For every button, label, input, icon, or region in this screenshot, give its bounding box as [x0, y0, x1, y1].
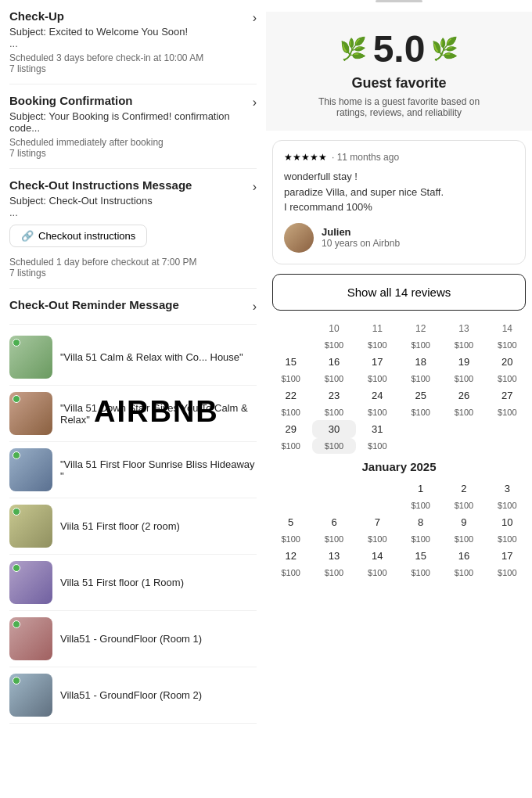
active-indicator	[13, 620, 20, 628]
cal-cell: $100	[312, 337, 355, 353]
calendar-row: $100 $100 $100 $100 $100 $100	[269, 531, 529, 547]
rating-score: 5.0	[373, 27, 426, 70]
cal-empty	[312, 498, 355, 513]
list-item[interactable]: Villa51 - GroundFloor (Room 1)	[9, 611, 257, 667]
listing-thumb-6	[9, 617, 52, 660]
booking-confirmation-listings: 7 listings	[9, 148, 257, 159]
reviewer-name: Julien	[322, 226, 400, 238]
show-all-reviews-button[interactable]: Show all 14 reviews	[272, 274, 526, 311]
list-item[interactable]: Villa 51 First floor (1 Room)	[9, 555, 257, 611]
cal-date: 20	[486, 353, 529, 371]
calendar-row: $100 $100 $100 $100 $100 $100	[269, 404, 529, 420]
checkout-reminder-title: Check-Out Reminder Message	[9, 298, 257, 311]
laurel-left-icon: 🌿	[340, 36, 367, 62]
cal-cell: $100	[269, 371, 312, 386]
cal-cell: $100	[399, 337, 442, 353]
chevron-right-icon: ›	[253, 180, 257, 194]
checkout-instructions-msg-item[interactable]: › Check-Out Instructions Message Subject…	[9, 169, 257, 289]
check-up-schedule: Scheduled 3 days before check-in at 10:0…	[9, 52, 257, 63]
cal-date: 22	[269, 386, 312, 404]
cal-cell: $100	[312, 531, 355, 547]
list-item[interactable]: "Villa 51 First Floor Sunrise Bliss Hide…	[9, 442, 257, 498]
cal-cell: $100	[269, 404, 312, 420]
checkout-instructions-schedule: Scheduled 1 day before checkout at 7:00 …	[9, 257, 257, 268]
calendar-row: $100 $100 $100 $100 $100 $100	[269, 565, 529, 581]
cal-cell: $100	[442, 371, 485, 386]
calendar-row: 29 30 31	[269, 420, 529, 438]
listing-name-3: "Villa 51 First Floor Sunrise Bliss Hide…	[60, 458, 257, 482]
review-text: wonderfull stay !paradize Villa, and sup…	[284, 169, 514, 215]
cal-cell	[269, 337, 312, 353]
checkout-instructions-listings: 7 listings	[9, 268, 257, 279]
cal-empty	[442, 420, 485, 438]
cal-empty	[486, 438, 529, 454]
cal-date: 1	[399, 480, 442, 498]
cal-cell: $100	[486, 337, 529, 353]
cal-empty	[442, 438, 485, 454]
active-indicator	[13, 564, 20, 572]
cal-empty	[399, 420, 442, 438]
cal-cell: $100	[269, 531, 312, 547]
cal-date: 19	[442, 353, 485, 371]
cal-date-highlighted[interactable]: 30	[312, 420, 355, 438]
cal-empty	[269, 480, 312, 498]
active-indicator	[13, 677, 20, 685]
listing-name-7: Villa51 - GroundFloor (Room 2)	[60, 689, 202, 701]
list-item[interactable]: "Villa 51 Down Stair Gives You To Calm &…	[9, 386, 257, 442]
cal-cell: $100	[356, 565, 399, 581]
review-card: ★★★★★ · 11 months ago wonderfull stay !p…	[272, 140, 526, 264]
review-stars: ★★★★★	[284, 152, 327, 163]
check-up-subject: Subject: Excited to Welcome You Soon!	[9, 26, 257, 38]
cal-cell: $100	[486, 498, 529, 513]
cal-cell: $100	[312, 404, 355, 420]
calendar-row: 1 2 3	[269, 480, 529, 498]
calendar-row: $100 $100 $100	[269, 438, 529, 454]
active-indicator	[13, 395, 20, 403]
booking-confirmation-subject: Subject: Your Booking is Confirmed! conf…	[9, 110, 257, 134]
listing-name-6: Villa51 - GroundFloor (Room 1)	[60, 633, 202, 645]
cal-date: 14	[356, 547, 399, 565]
calendar-row: $100 $100 $100 $100 $100 $100	[269, 371, 529, 386]
check-up-ellipsis: ...	[9, 38, 257, 49]
list-item[interactable]: Viila 51 First floor (2 room)	[9, 498, 257, 555]
cal-date: 9	[442, 513, 485, 531]
cal-date: 26	[442, 386, 485, 404]
cal-date: 16	[312, 353, 355, 371]
reviewer-info: Julien 10 years on Airbnb	[284, 223, 514, 253]
review-header: ★★★★★ · 11 months ago	[284, 152, 514, 163]
listing-thumb-2	[9, 392, 52, 435]
cal-cell: $100	[356, 371, 399, 386]
top-divider	[376, 0, 422, 2]
reviewer-details: Julien 10 years on Airbnb	[322, 226, 400, 249]
col-header: 13	[442, 320, 485, 337]
calendar-row: $100 $100 $100 $100 $100	[269, 337, 529, 353]
cal-cell: $100	[356, 404, 399, 420]
cal-date: 6	[312, 513, 355, 531]
list-item[interactable]: Villa51 - GroundFloor (Room 2)	[9, 667, 257, 724]
listing-name-4: Viila 51 First floor (2 room)	[60, 520, 180, 532]
booking-confirmation-item[interactable]: › Booking Confirmation Subject: Your Boo…	[9, 84, 257, 169]
calendar-row: 5 6 7 8 9 10	[269, 513, 529, 531]
cal-date: 27	[486, 386, 529, 404]
active-indicator	[13, 508, 20, 516]
cal-date: 18	[399, 353, 442, 371]
cal-cell: $100	[269, 438, 312, 454]
check-up-item[interactable]: › Check-Up Subject: Excited to Welcome Y…	[9, 0, 257, 84]
checkout-instructions-button[interactable]: 🔗 Checkout instructions	[9, 225, 147, 247]
jan-calendar-grid: 1 2 3 $100 $100 $100	[269, 480, 529, 581]
cal-date: 12	[269, 547, 312, 565]
chevron-right-icon: ›	[253, 11, 257, 25]
list-item[interactable]: "Villa 51 Calm & Relax with Co... House"	[9, 329, 257, 386]
cal-cell: $100	[486, 371, 529, 386]
cal-date: 31	[356, 420, 399, 438]
listing-name-2: "Villa 51 Down Stair Gives You To Calm &…	[60, 402, 257, 426]
check-up-listings: 7 listings	[9, 63, 257, 74]
cal-cell: $100	[312, 565, 355, 581]
listing-thumb-1	[9, 336, 52, 379]
checkout-reminder-item[interactable]: › Check-Out Reminder Message	[9, 289, 257, 325]
cal-cell: $100	[442, 498, 485, 513]
cal-empty	[312, 480, 355, 498]
cal-date: 15	[269, 353, 312, 371]
cal-empty	[356, 498, 399, 513]
listings-section: "Villa 51 Calm & Relax with Co... House"…	[9, 329, 257, 724]
